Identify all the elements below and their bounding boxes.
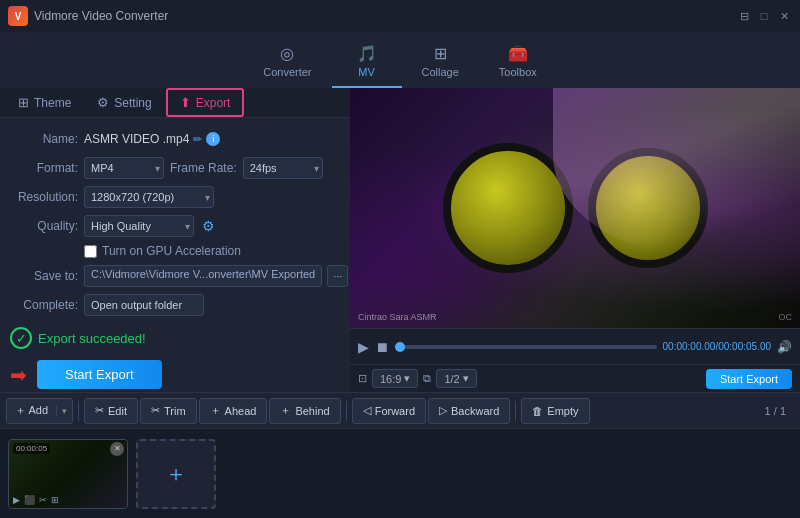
fps-select[interactable]: 24fps xyxy=(243,157,323,179)
zoom-ratio-button[interactable]: 1/2 ▾ xyxy=(436,369,476,388)
complete-select-wrap: Open output folder xyxy=(84,294,340,316)
resolution-row: Resolution: 1280x720 (720p) xyxy=(10,186,340,208)
edit-button[interactable]: ✂ Edit xyxy=(84,398,138,424)
stop-button[interactable]: ⏹ xyxy=(375,339,389,355)
toolbox-icon: 🧰 xyxy=(508,44,528,63)
behind-button[interactable]: ＋ Behind xyxy=(269,398,340,424)
progress-bar[interactable] xyxy=(395,345,657,349)
clip-thumbnail: ✕ 00:00:05 ▶ ⬛ ✂ ⊞ xyxy=(8,439,128,509)
subtab-export[interactable]: ⬆ Export xyxy=(166,88,245,117)
empty-button[interactable]: 🗑 Empty xyxy=(521,398,589,424)
quality-gear-button[interactable]: ⚙ xyxy=(200,218,217,234)
clip-time-badge: 00:00:05 xyxy=(13,443,50,454)
complete-row: Complete: Open output folder xyxy=(10,294,340,316)
subtab-export-label: Export xyxy=(196,96,231,110)
resolution-label: Resolution: xyxy=(10,190,78,204)
collage-icon: ⊞ xyxy=(434,44,447,63)
forward-label: Forward xyxy=(375,405,415,417)
quality-select[interactable]: High Quality xyxy=(84,215,194,237)
setting-icon: ⚙ xyxy=(97,95,109,110)
add-button[interactable]: ＋ Add ▾ xyxy=(6,398,73,424)
add-dropdown-icon[interactable]: ▾ xyxy=(56,406,72,416)
saveto-dots-button[interactable]: ··· xyxy=(327,265,348,287)
titlebar-left: V Vidmore Video Converter xyxy=(8,6,168,26)
time-current: 00:00:00.00 xyxy=(663,341,716,352)
saveto-controls: C:\Vidmore\Vidmore V...onverter\MV Expor… xyxy=(84,265,381,287)
gpu-checkbox[interactable] xyxy=(84,245,97,258)
ahead-icon: ＋ xyxy=(210,403,221,418)
timeline: ✕ 00:00:05 ▶ ⬛ ✂ ⊞ ＋ xyxy=(0,428,800,518)
clip-grid-icon[interactable]: ⊞ xyxy=(51,495,59,505)
add-clip-button[interactable]: ＋ xyxy=(136,439,216,509)
left-panel: ⊞ Theme ⚙ Setting ⬆ Export Name: xyxy=(0,88,350,392)
ahead-button[interactable]: ＋ Ahead xyxy=(199,398,268,424)
video-watermark: Cintrao Sara ASMR xyxy=(358,312,437,322)
video-background: Cintrao Sara ASMR OC xyxy=(350,88,800,328)
volume-button[interactable]: 🔊 xyxy=(777,340,792,354)
format-select[interactable]: MP4 xyxy=(84,157,164,179)
edit-icon[interactable]: ✏ xyxy=(193,133,202,146)
tab-converter[interactable]: ◎ Converter xyxy=(243,38,331,88)
page-info: 1 / 1 xyxy=(765,405,794,417)
start-export-button-left[interactable]: Start Export xyxy=(37,360,162,389)
clip-cut-icon[interactable]: ✂ xyxy=(39,495,47,505)
format-label: Format: xyxy=(10,161,78,175)
clip-play-icon[interactable]: ▶ xyxy=(13,495,20,505)
subtab-theme-label: Theme xyxy=(34,96,71,110)
theme-icon: ⊞ xyxy=(18,95,29,110)
maximize-button[interactable]: □ xyxy=(756,8,772,24)
format-row: Format: MP4 Frame Rate: 24fps xyxy=(10,157,340,179)
backward-button[interactable]: ▷ Backward xyxy=(428,398,510,424)
separator-2 xyxy=(346,401,347,421)
complete-select[interactable]: Open output folder xyxy=(84,294,204,316)
clip-stop-icon[interactable]: ⬛ xyxy=(24,495,35,505)
ahead-label: Ahead xyxy=(225,405,257,417)
gpu-row: Turn on GPU Acceleration xyxy=(10,244,340,258)
vc-left2: ⊡ 16:9 ▾ ⧉ 1/2 ▾ xyxy=(358,369,477,388)
empty-label: Empty xyxy=(547,405,578,417)
clip-controls: ▶ ⬛ ✂ ⊞ xyxy=(13,495,59,505)
titlebar: V Vidmore Video Converter ⊟ □ ✕ xyxy=(0,0,800,32)
forward-button[interactable]: ◁ Forward xyxy=(352,398,426,424)
subtab-setting[interactable]: ⚙ Setting xyxy=(85,90,163,115)
zoom-chevron-icon: ▾ xyxy=(463,372,469,385)
quality-row: Quality: High Quality ⚙ xyxy=(10,215,340,237)
aspect-ratio-value: 16:9 xyxy=(380,373,401,385)
main-tabbar: ◎ Converter 🎵 MV ⊞ Collage 🧰 Toolbox xyxy=(0,32,800,88)
tab-collage-label: Collage xyxy=(422,66,459,78)
start-export-row: ➡ Start Export xyxy=(10,356,340,389)
close-button[interactable]: ✕ xyxy=(776,8,792,24)
content-row: ⊞ Theme ⚙ Setting ⬆ Export Name: xyxy=(0,88,800,392)
left-subtabs: ⊞ Theme ⚙ Setting ⬆ Export xyxy=(0,88,350,118)
export-success-text: Export succeeded! xyxy=(38,331,146,346)
trim-label: Trim xyxy=(164,405,186,417)
resolution-select[interactable]: 1280x720 (720p) xyxy=(84,186,214,208)
subtab-setting-label: Setting xyxy=(114,96,151,110)
start-export-button-right[interactable]: Start Export xyxy=(706,369,792,389)
tab-toolbox[interactable]: 🧰 Toolbox xyxy=(479,38,557,88)
format-select-wrap: MP4 xyxy=(84,157,164,179)
time-display: 00:00:00.00/00:00:05.00 xyxy=(663,341,771,352)
play-button[interactable]: ▶ xyxy=(358,339,369,355)
video-preview: Cintrao Sara ASMR OC xyxy=(350,88,800,328)
subtab-theme[interactable]: ⊞ Theme xyxy=(6,90,83,115)
separator-3 xyxy=(515,401,516,421)
progress-dot xyxy=(395,342,405,352)
aspect-ratio-button[interactable]: 16:9 ▾ xyxy=(372,369,418,388)
tab-toolbox-label: Toolbox xyxy=(499,66,537,78)
info-icon[interactable]: i xyxy=(206,132,220,146)
tab-mv[interactable]: 🎵 MV xyxy=(332,38,402,88)
name-value: ASMR VIDEO .mp4 ✏ i xyxy=(84,132,220,146)
clip-close-button[interactable]: ✕ xyxy=(110,442,124,456)
bottom-toolbar: ＋ Add ▾ ✂ Edit ✂ Trim ＋ Ahead ＋ Behind ◁… xyxy=(0,392,800,428)
forward-icon: ◁ xyxy=(363,404,371,417)
backward-label: Backward xyxy=(451,405,499,417)
edit-label: Edit xyxy=(108,405,127,417)
minimize-button[interactable]: ⊟ xyxy=(736,8,752,24)
resolution-select-wrap: 1280x720 (720p) xyxy=(84,186,214,208)
name-label: Name: xyxy=(10,132,78,146)
tab-collage[interactable]: ⊞ Collage xyxy=(402,38,479,88)
behind-label: Behind xyxy=(295,405,329,417)
gpu-label[interactable]: Turn on GPU Acceleration xyxy=(102,244,241,258)
trim-button[interactable]: ✂ Trim xyxy=(140,398,197,424)
